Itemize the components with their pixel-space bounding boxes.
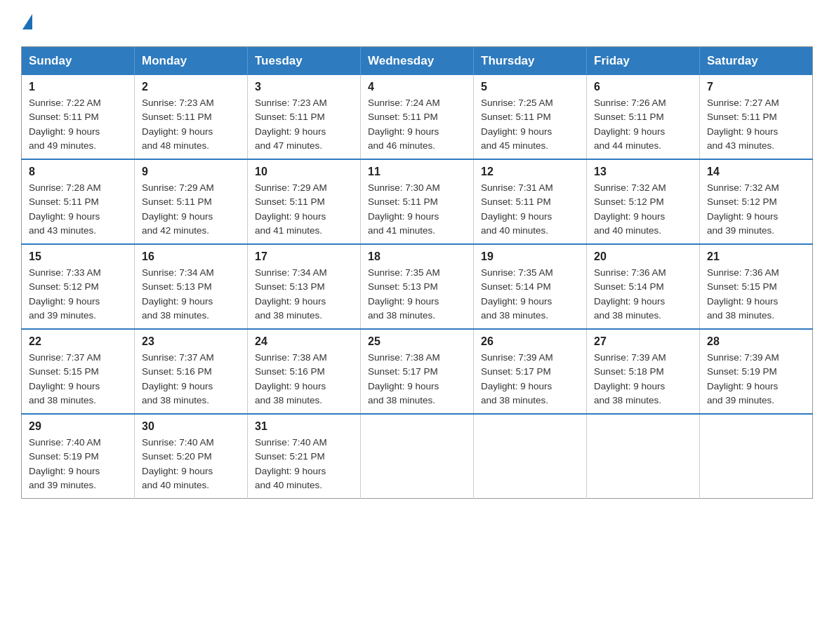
day-number: 29 xyxy=(29,420,127,433)
day-info: Sunrise: 7:29 AM Sunset: 5:11 PM Dayligh… xyxy=(142,181,240,238)
day-number: 23 xyxy=(142,335,240,348)
day-number: 3 xyxy=(255,81,353,93)
day-number: 31 xyxy=(255,420,353,433)
calendar-cell: 28 Sunrise: 7:39 AM Sunset: 5:19 PM Dayl… xyxy=(700,329,813,414)
calendar-cell xyxy=(587,414,700,499)
calendar-cell: 13 Sunrise: 7:32 AM Sunset: 5:12 PM Dayl… xyxy=(587,159,700,244)
logo xyxy=(21,14,32,32)
day-info: Sunrise: 7:27 AM Sunset: 5:11 PM Dayligh… xyxy=(707,96,805,153)
page-header xyxy=(21,14,813,32)
calendar-week-row: 1 Sunrise: 7:22 AM Sunset: 5:11 PM Dayli… xyxy=(22,75,813,159)
day-info: Sunrise: 7:23 AM Sunset: 5:11 PM Dayligh… xyxy=(142,96,240,153)
calendar-cell: 27 Sunrise: 7:39 AM Sunset: 5:18 PM Dayl… xyxy=(587,329,700,414)
calendar-cell: 2 Sunrise: 7:23 AM Sunset: 5:11 PM Dayli… xyxy=(135,75,248,159)
calendar-cell: 20 Sunrise: 7:36 AM Sunset: 5:14 PM Dayl… xyxy=(587,244,700,329)
day-info: Sunrise: 7:34 AM Sunset: 5:13 PM Dayligh… xyxy=(142,266,240,323)
day-info: Sunrise: 7:40 AM Sunset: 5:21 PM Dayligh… xyxy=(255,436,353,492)
day-info: Sunrise: 7:37 AM Sunset: 5:16 PM Dayligh… xyxy=(142,351,240,408)
day-number: 18 xyxy=(368,250,466,263)
day-number: 16 xyxy=(142,250,240,263)
day-number: 10 xyxy=(255,166,353,178)
day-number: 14 xyxy=(707,166,805,178)
day-number: 7 xyxy=(707,81,805,93)
day-info: Sunrise: 7:32 AM Sunset: 5:12 PM Dayligh… xyxy=(594,181,692,238)
day-number: 19 xyxy=(481,250,579,263)
calendar-cell xyxy=(700,414,813,499)
calendar-cell: 25 Sunrise: 7:38 AM Sunset: 5:17 PM Dayl… xyxy=(361,329,474,414)
day-info: Sunrise: 7:30 AM Sunset: 5:11 PM Dayligh… xyxy=(368,181,466,238)
column-header-friday: Friday xyxy=(587,47,700,76)
calendar-cell: 11 Sunrise: 7:30 AM Sunset: 5:11 PM Dayl… xyxy=(361,159,474,244)
day-info: Sunrise: 7:26 AM Sunset: 5:11 PM Dayligh… xyxy=(594,96,692,153)
calendar-week-row: 22 Sunrise: 7:37 AM Sunset: 5:15 PM Dayl… xyxy=(22,329,813,414)
calendar-cell: 19 Sunrise: 7:35 AM Sunset: 5:14 PM Dayl… xyxy=(474,244,587,329)
day-info: Sunrise: 7:29 AM Sunset: 5:11 PM Dayligh… xyxy=(255,181,353,238)
calendar-cell: 3 Sunrise: 7:23 AM Sunset: 5:11 PM Dayli… xyxy=(248,75,361,159)
day-info: Sunrise: 7:40 AM Sunset: 5:19 PM Dayligh… xyxy=(29,436,127,492)
column-header-monday: Monday xyxy=(135,47,248,76)
day-info: Sunrise: 7:39 AM Sunset: 5:17 PM Dayligh… xyxy=(481,351,579,408)
calendar-cell xyxy=(361,414,474,499)
calendar-cell: 7 Sunrise: 7:27 AM Sunset: 5:11 PM Dayli… xyxy=(700,75,813,159)
day-number: 8 xyxy=(29,166,127,178)
day-number: 26 xyxy=(481,335,579,348)
calendar-cell: 30 Sunrise: 7:40 AM Sunset: 5:20 PM Dayl… xyxy=(135,414,248,499)
day-info: Sunrise: 7:37 AM Sunset: 5:15 PM Dayligh… xyxy=(29,351,127,408)
calendar-cell: 15 Sunrise: 7:33 AM Sunset: 5:12 PM Dayl… xyxy=(22,244,135,329)
calendar-cell: 31 Sunrise: 7:40 AM Sunset: 5:21 PM Dayl… xyxy=(248,414,361,499)
calendar-cell: 6 Sunrise: 7:26 AM Sunset: 5:11 PM Dayli… xyxy=(587,75,700,159)
day-number: 21 xyxy=(707,250,805,263)
column-header-thursday: Thursday xyxy=(474,47,587,76)
day-number: 2 xyxy=(142,81,240,93)
day-info: Sunrise: 7:35 AM Sunset: 5:14 PM Dayligh… xyxy=(481,266,579,323)
day-info: Sunrise: 7:40 AM Sunset: 5:20 PM Dayligh… xyxy=(142,436,240,492)
calendar-cell: 8 Sunrise: 7:28 AM Sunset: 5:11 PM Dayli… xyxy=(22,159,135,244)
day-number: 27 xyxy=(594,335,692,348)
calendar-cell: 9 Sunrise: 7:29 AM Sunset: 5:11 PM Dayli… xyxy=(135,159,248,244)
day-info: Sunrise: 7:32 AM Sunset: 5:12 PM Dayligh… xyxy=(707,181,805,238)
day-info: Sunrise: 7:23 AM Sunset: 5:11 PM Dayligh… xyxy=(255,96,353,153)
day-number: 9 xyxy=(142,166,240,178)
day-number: 11 xyxy=(368,166,466,178)
logo-triangle-icon xyxy=(22,14,32,29)
calendar-cell: 17 Sunrise: 7:34 AM Sunset: 5:13 PM Dayl… xyxy=(248,244,361,329)
calendar-week-row: 8 Sunrise: 7:28 AM Sunset: 5:11 PM Dayli… xyxy=(22,159,813,244)
calendar-week-row: 29 Sunrise: 7:40 AM Sunset: 5:19 PM Dayl… xyxy=(22,414,813,499)
day-number: 30 xyxy=(142,420,240,433)
calendar-cell: 12 Sunrise: 7:31 AM Sunset: 5:11 PM Dayl… xyxy=(474,159,587,244)
calendar-cell: 5 Sunrise: 7:25 AM Sunset: 5:11 PM Dayli… xyxy=(474,75,587,159)
calendar-cell: 1 Sunrise: 7:22 AM Sunset: 5:11 PM Dayli… xyxy=(22,75,135,159)
day-info: Sunrise: 7:25 AM Sunset: 5:11 PM Dayligh… xyxy=(481,96,579,153)
calendar-table: SundayMondayTuesdayWednesdayThursdayFrid… xyxy=(21,46,813,499)
day-info: Sunrise: 7:38 AM Sunset: 5:17 PM Dayligh… xyxy=(368,351,466,408)
day-info: Sunrise: 7:34 AM Sunset: 5:13 PM Dayligh… xyxy=(255,266,353,323)
day-info: Sunrise: 7:31 AM Sunset: 5:11 PM Dayligh… xyxy=(481,181,579,238)
day-number: 22 xyxy=(29,335,127,348)
day-info: Sunrise: 7:33 AM Sunset: 5:12 PM Dayligh… xyxy=(29,266,127,323)
calendar-cell: 22 Sunrise: 7:37 AM Sunset: 5:15 PM Dayl… xyxy=(22,329,135,414)
calendar-cell: 24 Sunrise: 7:38 AM Sunset: 5:16 PM Dayl… xyxy=(248,329,361,414)
day-info: Sunrise: 7:36 AM Sunset: 5:14 PM Dayligh… xyxy=(594,266,692,323)
day-info: Sunrise: 7:24 AM Sunset: 5:11 PM Dayligh… xyxy=(368,96,466,153)
calendar-cell: 14 Sunrise: 7:32 AM Sunset: 5:12 PM Dayl… xyxy=(700,159,813,244)
day-info: Sunrise: 7:39 AM Sunset: 5:18 PM Dayligh… xyxy=(594,351,692,408)
day-info: Sunrise: 7:36 AM Sunset: 5:15 PM Dayligh… xyxy=(707,266,805,323)
day-number: 17 xyxy=(255,250,353,263)
day-number: 24 xyxy=(255,335,353,348)
calendar-cell: 18 Sunrise: 7:35 AM Sunset: 5:13 PM Dayl… xyxy=(361,244,474,329)
calendar-cell: 4 Sunrise: 7:24 AM Sunset: 5:11 PM Dayli… xyxy=(361,75,474,159)
calendar-header-row: SundayMondayTuesdayWednesdayThursdayFrid… xyxy=(22,47,813,76)
calendar-cell xyxy=(474,414,587,499)
calendar-cell: 26 Sunrise: 7:39 AM Sunset: 5:17 PM Dayl… xyxy=(474,329,587,414)
day-info: Sunrise: 7:39 AM Sunset: 5:19 PM Dayligh… xyxy=(707,351,805,408)
day-number: 28 xyxy=(707,335,805,348)
day-info: Sunrise: 7:35 AM Sunset: 5:13 PM Dayligh… xyxy=(368,266,466,323)
column-header-sunday: Sunday xyxy=(22,47,135,76)
day-info: Sunrise: 7:38 AM Sunset: 5:16 PM Dayligh… xyxy=(255,351,353,408)
day-number: 25 xyxy=(368,335,466,348)
day-number: 6 xyxy=(594,81,692,93)
column-header-saturday: Saturday xyxy=(700,47,813,76)
day-number: 15 xyxy=(29,250,127,263)
calendar-cell: 23 Sunrise: 7:37 AM Sunset: 5:16 PM Dayl… xyxy=(135,329,248,414)
calendar-cell: 10 Sunrise: 7:29 AM Sunset: 5:11 PM Dayl… xyxy=(248,159,361,244)
